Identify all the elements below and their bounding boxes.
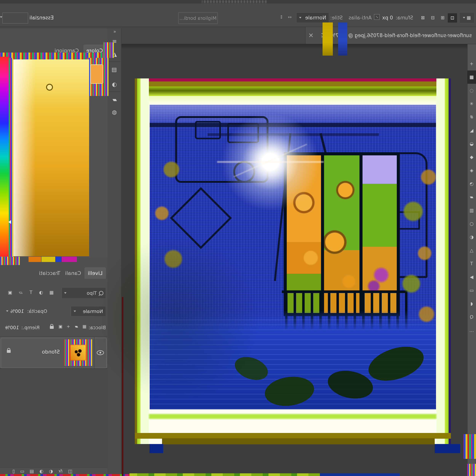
tool-preset-icon: ▦ bbox=[467, 16, 471, 20]
artwork-shadow bbox=[162, 438, 435, 444]
new-layer-button[interactable]: ▭ bbox=[20, 469, 24, 474]
type-tool-button[interactable]: T bbox=[467, 257, 476, 270]
frame-left-lime bbox=[445, 78, 449, 444]
lock-artboard-button[interactable]: ▣ bbox=[58, 324, 62, 329]
left-wall-sunflowers bbox=[400, 162, 436, 333]
refine-edge-button[interactable]: Migliora bordi... bbox=[178, 12, 218, 24]
hue-slider-marker[interactable] bbox=[8, 220, 11, 224]
door-purple-flowers bbox=[366, 262, 391, 294]
dock-collapse-chevrons[interactable]: « bbox=[113, 29, 116, 34]
matte-green-band bbox=[149, 414, 436, 419]
opacity-value[interactable]: 100% bbox=[11, 308, 24, 314]
adjustment-layer-button[interactable]: ◑ bbox=[39, 469, 43, 474]
filter-shape-layers-button[interactable]: ▱ bbox=[19, 290, 22, 295]
eyedropper-tool-button[interactable]: ◣ bbox=[467, 124, 476, 137]
adjustments-panel-icon[interactable]: ◑ bbox=[112, 82, 117, 87]
workspace-switcher-box[interactable] bbox=[2, 13, 28, 24]
tab-tracciati[interactable]: Tracciati bbox=[38, 267, 62, 279]
marquee-tool-button[interactable]: ▦ bbox=[467, 70, 476, 84]
layer-name[interactable]: Sfondo bbox=[42, 349, 60, 355]
delete-layer-button[interactable]: ▯ bbox=[12, 469, 15, 474]
fill-value[interactable]: 100% bbox=[5, 325, 19, 330]
style-dropdown[interactable]: Normale bbox=[296, 13, 329, 23]
hand-tool-button[interactable]: ◖ bbox=[467, 297, 476, 310]
pen-tool-button[interactable]: △ bbox=[467, 244, 476, 257]
lock-position-button[interactable]: + bbox=[67, 324, 70, 329]
brush-tool-button[interactable]: ◆ bbox=[467, 151, 476, 164]
dock-glitch-square bbox=[103, 42, 114, 58]
fill-label: Riemp.: bbox=[21, 325, 40, 330]
lock-all-button[interactable] bbox=[50, 326, 54, 329]
dodge-tool-button[interactable]: ◐ bbox=[467, 230, 476, 244]
color-field[interactable] bbox=[12, 59, 89, 256]
eraser-tool-button[interactable]: ▰ bbox=[467, 190, 476, 204]
chevron-down-icon bbox=[299, 17, 301, 18]
layer-effects-button[interactable]: fx bbox=[59, 469, 63, 473]
blur-tool-button[interactable]: ○ bbox=[467, 217, 476, 230]
opacity-chevron-icon[interactable] bbox=[6, 310, 8, 312]
frame-bottom-darkyellow bbox=[135, 433, 451, 439]
wand-tool-button[interactable]: ✳ bbox=[467, 97, 476, 110]
gradient-tool-button[interactable]: ▥ bbox=[467, 204, 476, 217]
color-field-glitch-column bbox=[9, 58, 13, 257]
layer-lock-icon bbox=[7, 350, 11, 353]
panel-bottom-glitch-strip bbox=[0, 474, 133, 476]
link-width-icon[interactable]: ↔ bbox=[288, 15, 292, 19]
selection-mode-new-button[interactable]: ⊡ bbox=[448, 13, 457, 22]
chevron-down-icon bbox=[463, 17, 465, 18]
tool-preset-picker[interactable]: ▦ bbox=[459, 12, 475, 23]
link-height-icon[interactable]: ↕ bbox=[279, 15, 283, 19]
path-select-tool-button[interactable]: ▶ bbox=[467, 270, 476, 284]
link-layers-button[interactable]: ◫ bbox=[68, 469, 72, 474]
selection-mode-add-button[interactable]: ⊞ bbox=[438, 13, 447, 22]
fill-chevron-icon[interactable] bbox=[5, 327, 7, 328]
zoom-tool-button[interactable]: Q bbox=[467, 310, 476, 324]
subtract-selection-icon: ⊟ bbox=[431, 16, 435, 20]
shape-tool-button[interactable]: ▭ bbox=[467, 284, 476, 297]
dock-divider-2 bbox=[108, 91, 120, 92]
edge-glitch-block bbox=[463, 434, 476, 459]
frame-left-indigo bbox=[449, 78, 451, 444]
more-tools-button[interactable]: … bbox=[467, 324, 476, 337]
selection-mode-subtract-button[interactable]: ⊟ bbox=[428, 13, 437, 22]
tab-canali[interactable]: Canali bbox=[63, 267, 83, 279]
canvas-bottom-strip-green bbox=[130, 473, 320, 476]
selection-mode-intersect-button[interactable]: ⊠ bbox=[419, 13, 427, 22]
antialias-checkbox[interactable]: ✓ bbox=[374, 14, 380, 20]
lock-image-pixels-button[interactable]: ▰ bbox=[75, 324, 78, 329]
menu-bar bbox=[0, 0, 476, 3]
healing-tool-button[interactable]: ◒ bbox=[467, 137, 476, 151]
lasso-tool-button[interactable]: ◌ bbox=[467, 84, 476, 97]
crop-tool-button[interactable]: # bbox=[467, 110, 476, 124]
canvas-bottom-strip-blue bbox=[320, 473, 400, 476]
filter-adjustment-layers-button[interactable]: ◑ bbox=[39, 290, 43, 295]
chevron-down-icon bbox=[64, 292, 67, 294]
check-icon: ✓ bbox=[375, 15, 378, 19]
style-dropdown-value: Normale bbox=[305, 15, 326, 20]
clone-source-panel-icon[interactable]: ◍ bbox=[112, 109, 117, 115]
layer-group-button[interactable]: ▤ bbox=[30, 469, 34, 474]
layer-thumbnail[interactable] bbox=[64, 339, 92, 366]
lens-flare-ray bbox=[217, 161, 324, 163]
libraries-panel-icon[interactable]: ▤ bbox=[112, 67, 117, 72]
tab-tracciati-label: Tracciati bbox=[39, 270, 60, 276]
toolbar-glitch-block bbox=[467, 464, 476, 476]
workspace-chevron-icon[interactable] bbox=[0, 16, 2, 18]
layer-mask-button[interactable]: ◐ bbox=[49, 469, 53, 474]
color-field-marker[interactable] bbox=[46, 84, 53, 91]
move-tool-button[interactable]: + bbox=[467, 57, 476, 70]
feather-input[interactable]: 0 px bbox=[382, 15, 393, 20]
clone-stamp-tool-button[interactable]: ◈ bbox=[467, 164, 476, 177]
filter-smart-objects-button[interactable]: ▣ bbox=[8, 290, 12, 295]
history-brush-tool-button[interactable]: ◔ bbox=[467, 177, 476, 190]
lock-transparent-pixels-button[interactable]: ▦ bbox=[83, 324, 86, 329]
close-icon[interactable]: × bbox=[308, 31, 314, 39]
options-bar: ▦ ⊡ ⊞ ⊟ ⊠ Sfuma: 0 px ✓ Anti-alias Stile… bbox=[0, 3, 476, 27]
current-color-swatch[interactable] bbox=[90, 64, 103, 84]
hue-slider[interactable] bbox=[0, 57, 9, 257]
style-label: Stile: bbox=[330, 15, 343, 20]
filter-type-layers-button[interactable]: T bbox=[30, 290, 32, 295]
brushes-panel-icon[interactable]: ▰ bbox=[113, 97, 117, 102]
filter-pixel-layers-button[interactable]: ▦ bbox=[49, 290, 54, 295]
frame-top-glow bbox=[135, 96, 451, 105]
